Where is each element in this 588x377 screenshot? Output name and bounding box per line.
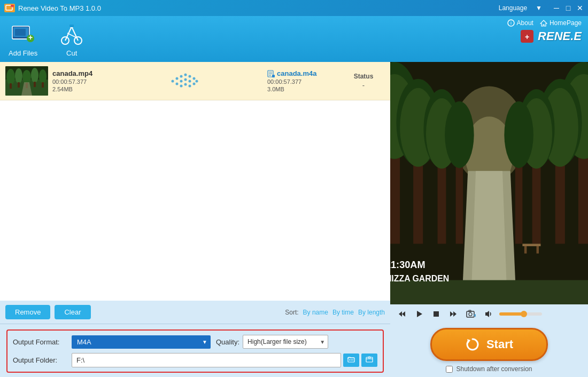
start-button[interactable]: Start — [430, 328, 548, 361]
svg-rect-88 — [524, 246, 527, 254]
language-selector[interactable]: Language ▼ — [492, 2, 548, 14]
svg-point-41 — [184, 78, 187, 81]
svg-marker-97 — [453, 311, 457, 317]
sort-by-name[interactable]: By name — [303, 309, 328, 316]
svg-marker-95 — [417, 311, 422, 317]
shutdown-label[interactable]: Shutdown after conversion — [456, 365, 532, 373]
cut-button[interactable]: Cut — [59, 21, 84, 57]
title-bar-left: + Renee Video To MP3 1.0.0 — [4, 4, 101, 12]
homepage-button[interactable]: HomePage — [540, 19, 582, 27]
volume-button[interactable] — [482, 309, 495, 319]
shutdown-checkbox[interactable] — [446, 366, 453, 373]
close-button[interactable]: ✕ — [576, 4, 584, 12]
svg-text:11:30AM: 11:30AM — [390, 260, 425, 270]
file-thumbnail — [5, 66, 48, 96]
svg-point-34 — [172, 80, 174, 82]
format-select[interactable]: M4A MP3 WAV AAC — [72, 335, 211, 349]
bottom-controls: Remove Clear Sort: By name By time By le… — [0, 301, 390, 324]
input-size: 2.54MB — [52, 86, 92, 92]
svg-point-48 — [196, 80, 198, 82]
status-value: - — [342, 81, 385, 89]
format-row: Output Format: M4A MP3 WAV AAC ▼ Quality… — [13, 335, 377, 349]
folder-row: Output Folder: — [13, 353, 377, 367]
svg-rect-32 — [42, 82, 44, 88]
svg-point-46 — [193, 77, 196, 80]
sort-by-time[interactable]: By time — [332, 309, 354, 316]
svg-point-23 — [6, 69, 15, 85]
svg-rect-6 — [15, 29, 26, 36]
add-files-button[interactable]: + Add Files — [9, 21, 37, 57]
svg-rect-58 — [366, 357, 373, 362]
svg-text:+: + — [525, 33, 529, 41]
svg-rect-96 — [434, 311, 439, 317]
logo-text: + RENE.E — [520, 29, 582, 44]
cut-label: Cut — [66, 49, 77, 57]
rewind-button[interactable] — [396, 309, 408, 319]
format-label: Output Format: — [13, 338, 66, 346]
svg-point-37 — [180, 75, 183, 77]
svg-point-55 — [349, 359, 350, 360]
folder-input-wrapper — [72, 353, 377, 367]
main-area: canada.mp4 00:00:57.377 2.54MB — [0, 62, 588, 377]
logo-area: i About HomePage + RENE.E — [481, 16, 588, 62]
svg-rect-14 — [69, 25, 74, 27]
right-panel: 11:30AM NIZZA GARDEN — [390, 62, 588, 377]
svg-marker-94 — [402, 311, 405, 317]
svg-point-29 — [31, 68, 38, 83]
sort-label: Sort: — [285, 309, 298, 316]
svg-point-86 — [504, 101, 533, 168]
svg-text:+: + — [28, 33, 33, 42]
svg-point-25 — [15, 68, 22, 83]
stop-button[interactable] — [430, 309, 443, 319]
about-button[interactable]: i About — [507, 19, 533, 27]
minimize-button[interactable]: ─ — [553, 4, 560, 12]
status-area: Status - — [342, 73, 385, 89]
output-duration: 00:00:57.377 — [267, 78, 342, 85]
svg-point-45 — [189, 84, 191, 87]
svg-point-100 — [469, 313, 472, 316]
svg-point-27 — [22, 70, 31, 84]
forward-button[interactable] — [447, 309, 460, 319]
video-preview: 11:30AM NIZZA GARDEN — [390, 62, 588, 304]
settings-highlight-box: Output Format: M4A MP3 WAV AAC ▼ Quality… — [6, 329, 384, 373]
logo-nav: i About HomePage — [507, 19, 582, 27]
folder-browse-button[interactable] — [343, 354, 359, 367]
input-filename: canada.mp4 — [52, 69, 92, 77]
title-bar: + Renee Video To MP3 1.0.0 Language ▼ ─ … — [0, 0, 588, 16]
remove-button[interactable]: Remove — [5, 305, 50, 319]
start-label: Start — [486, 337, 513, 351]
svg-point-31 — [39, 69, 47, 83]
app-title: Renee Video To MP3 1.0.0 — [18, 4, 101, 12]
svg-point-44 — [189, 80, 191, 82]
svg-rect-90 — [390, 280, 588, 304]
quality-select[interactable]: High(Larger file size) Medium Low — [243, 335, 328, 349]
play-button[interactable] — [413, 309, 425, 319]
folder-input[interactable] — [72, 353, 341, 367]
output-size: 3.0MB — [267, 86, 342, 92]
output-settings: Output Format: M4A MP3 WAV AAC ▼ Quality… — [0, 324, 390, 377]
svg-rect-24 — [10, 83, 12, 89]
svg-point-56 — [351, 359, 352, 360]
screenshot-button[interactable] — [464, 309, 478, 319]
video-controls — [390, 304, 588, 324]
clear-button[interactable]: Clear — [55, 305, 90, 319]
input-duration: 00:00:57.377 — [52, 78, 92, 85]
svg-point-36 — [176, 82, 179, 85]
svg-point-38 — [180, 80, 183, 82]
maximize-button[interactable]: □ — [564, 4, 572, 12]
sort-by-length[interactable]: By length — [358, 309, 385, 316]
svg-text:NIZZA GARDEN: NIZZA GARDEN — [390, 274, 449, 283]
file-table: canada.mp4 00:00:57.377 2.54MB — [0, 62, 390, 301]
svg-rect-87 — [522, 244, 540, 247]
svg-rect-99 — [467, 311, 474, 317]
svg-point-39 — [180, 84, 183, 87]
svg-text:i: i — [510, 20, 512, 26]
toolbar: + Add Files Cut i About — [0, 16, 588, 62]
format-select-wrapper: M4A MP3 WAV AAC ▼ — [72, 335, 211, 349]
volume-slider[interactable] — [499, 312, 542, 316]
folder-open-button[interactable] — [361, 354, 377, 367]
quality-select-wrapper: High(Larger file size) Medium Low ▼ — [243, 335, 328, 349]
start-area: Start Shutdown after conversion — [390, 324, 588, 377]
svg-point-47 — [193, 82, 196, 85]
svg-rect-30 — [34, 82, 36, 87]
